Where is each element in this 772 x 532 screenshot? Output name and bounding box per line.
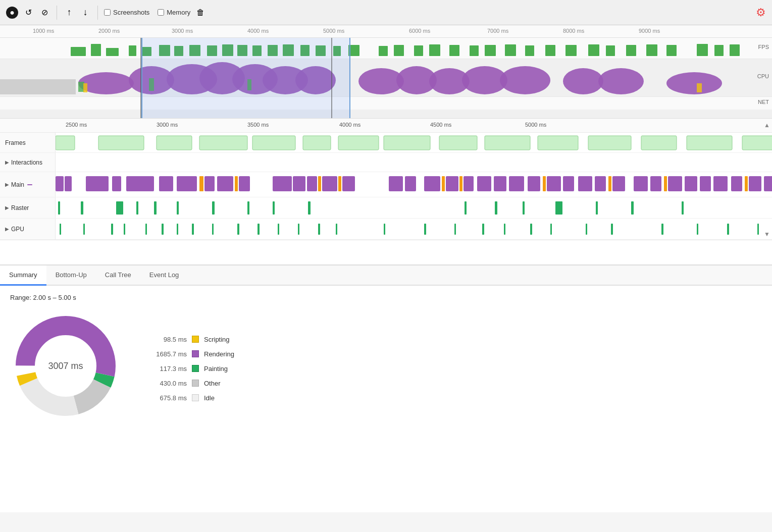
scroll-down-arrow[interactable]: ▼ <box>764 231 770 238</box>
scroll-up-arrow[interactable]: ▲ <box>764 122 770 129</box>
screenshots-toggle[interactable]: Screenshots <box>104 9 149 16</box>
legend-other: 430.0 ms Other <box>146 380 234 387</box>
svg-rect-74 <box>65 176 72 191</box>
mark-4500: 4500 ms <box>430 122 451 128</box>
svg-rect-104 <box>547 176 561 191</box>
svg-rect-6 <box>174 46 183 56</box>
svg-rect-32 <box>646 44 657 56</box>
memory-checkbox[interactable] <box>158 9 164 16</box>
donut-center-value: 3007 ms <box>48 361 83 371</box>
svg-rect-130 <box>273 201 275 215</box>
ruler-tick-2000: 2000 ms <box>98 28 120 34</box>
svg-rect-25 <box>505 44 516 56</box>
trash-button[interactable]: 🗑 <box>194 7 207 19</box>
svg-rect-134 <box>523 201 525 215</box>
svg-point-52 <box>666 72 722 94</box>
svg-rect-136 <box>596 201 598 215</box>
svg-rect-122 <box>58 201 60 215</box>
tab-event-log[interactable]: Event Log <box>140 265 188 286</box>
rendering-name: Rendering <box>204 350 234 358</box>
track-main: ▶ Main <box>0 172 772 197</box>
fps-label: FPS <box>758 44 769 50</box>
gpu-label[interactable]: ▶ GPU <box>0 219 56 239</box>
svg-rect-99 <box>477 176 491 191</box>
svg-rect-2 <box>106 48 119 56</box>
svg-rect-106 <box>578 176 592 191</box>
download-button[interactable]: ↓ <box>79 7 91 19</box>
svg-rect-165 <box>727 224 729 235</box>
ruler-tick-7000: 7000 ms <box>487 28 508 34</box>
svg-rect-148 <box>237 224 239 235</box>
tab-call-tree[interactable]: Call Tree <box>96 265 140 286</box>
svg-rect-24 <box>485 45 496 56</box>
svg-rect-59 <box>98 136 144 150</box>
svg-rect-77 <box>126 176 154 191</box>
timeline-ruler: 2500 ms 3000 ms 3500 ms 4000 ms 4500 ms … <box>0 119 772 133</box>
raster-bars <box>56 197 772 218</box>
legend-scripting: 98.5 ms Scripting <box>146 336 234 343</box>
interactions-label[interactable]: ▶ Interactions <box>0 153 56 172</box>
upload-button[interactable]: ↑ <box>63 7 75 19</box>
svg-rect-131 <box>308 201 311 215</box>
legend-painting: 117.3 ms Painting <box>146 365 234 373</box>
svg-rect-117 <box>731 176 742 191</box>
screenshots-label: Screenshots <box>113 9 149 16</box>
svg-rect-140 <box>83 224 85 235</box>
svg-point-44 <box>295 66 336 94</box>
mark-2500: 2500 ms <box>66 122 87 128</box>
main-content <box>56 172 772 197</box>
svg-rect-83 <box>235 176 238 191</box>
svg-rect-5 <box>159 45 170 56</box>
svg-rect-81 <box>204 176 215 191</box>
track-raster: ▶ Raster <box>0 197 772 219</box>
settings-button[interactable]: ⚙ <box>756 6 766 19</box>
summary-content: 3007 ms 98.5 ms Scripting 1685.7 ms Rend… <box>10 310 762 421</box>
svg-rect-114 <box>685 176 697 191</box>
svg-rect-1 <box>91 44 101 56</box>
main-label[interactable]: ▶ Main <box>0 172 56 197</box>
svg-rect-98 <box>464 176 474 191</box>
ruler-tick-6000: 6000 ms <box>409 28 430 34</box>
screenshots-checkbox[interactable] <box>104 9 111 16</box>
svg-rect-105 <box>563 176 574 191</box>
svg-rect-158 <box>504 224 505 235</box>
track-interactions: ▶ Interactions <box>0 153 772 172</box>
record-button[interactable]: ● <box>6 7 18 19</box>
tab-summary[interactable]: Summary <box>0 265 46 286</box>
svg-rect-128 <box>212 201 215 215</box>
svg-rect-155 <box>424 224 426 235</box>
svg-rect-66 <box>439 136 477 150</box>
gpu-content <box>56 219 772 239</box>
tabs-bar: Summary Bottom-Up Call Tree Event Log <box>0 265 772 286</box>
track-frames: Frames <box>0 133 772 153</box>
selection-start-line <box>140 38 141 119</box>
svg-rect-69 <box>588 136 631 150</box>
memory-toggle[interactable]: Memory <box>158 9 190 16</box>
svg-rect-88 <box>318 176 321 191</box>
range-label: Range: 2.00 s – 5.00 s <box>10 294 762 301</box>
svg-rect-112 <box>664 176 667 191</box>
overview-panel: 1000 ms 2000 ms 3000 ms 4000 ms 5000 ms … <box>0 25 772 119</box>
tab-bottom-up[interactable]: Bottom-Up <box>46 265 96 286</box>
svg-rect-20 <box>414 45 423 56</box>
reload-button[interactable]: ↺ <box>22 7 34 19</box>
main-bars <box>56 172 772 197</box>
rendering-value: 1685.7 ms <box>146 350 187 358</box>
svg-rect-125 <box>136 201 138 215</box>
svg-rect-120 <box>764 176 772 191</box>
svg-rect-57 <box>697 83 702 92</box>
mark-3000: 3000 ms <box>157 122 178 128</box>
clear-button[interactable]: ⊘ <box>38 7 50 19</box>
svg-rect-101 <box>509 176 524 191</box>
ruler-tick-8000: 8000 ms <box>563 28 584 34</box>
legend: 98.5 ms Scripting 1685.7 ms Rendering 11… <box>146 336 234 402</box>
svg-rect-60 <box>157 136 192 150</box>
svg-rect-61 <box>199 136 247 150</box>
svg-rect-154 <box>384 224 385 235</box>
raster-label[interactable]: ▶ Raster <box>0 197 56 218</box>
svg-rect-36 <box>730 44 740 56</box>
svg-rect-7 <box>189 45 200 56</box>
track-gpu: ▶ GPU <box>0 219 772 240</box>
toolbar: ● ↺ ⊘ ↑ ↓ Screenshots Memory 🗑 ⚙ <box>0 0 772 25</box>
svg-rect-95 <box>442 176 445 191</box>
